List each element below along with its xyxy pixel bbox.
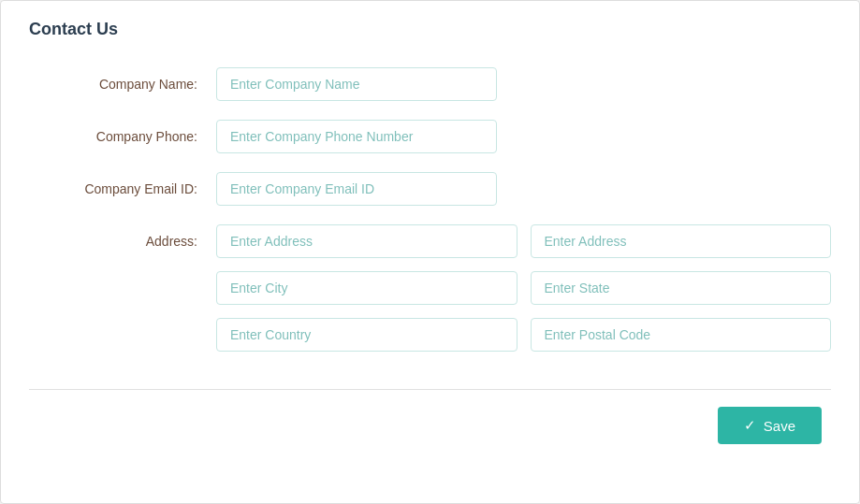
footer-row: ✓ Save bbox=[29, 390, 831, 444]
address-grid bbox=[216, 224, 831, 352]
form-section: Company Name: Company Phone: Company Ema… bbox=[29, 67, 831, 390]
company-name-input[interactable] bbox=[216, 67, 497, 101]
company-phone-label: Company Phone: bbox=[29, 120, 216, 144]
company-email-row: Company Email ID: bbox=[29, 172, 831, 206]
company-name-input-wrapper bbox=[216, 67, 497, 101]
company-phone-input[interactable] bbox=[216, 120, 497, 153]
check-icon: ✓ bbox=[744, 417, 756, 434]
company-email-label: Company Email ID: bbox=[29, 172, 216, 196]
company-name-row: Company Name: bbox=[29, 67, 831, 101]
company-phone-input-wrapper bbox=[216, 120, 497, 153]
address-row: Address: bbox=[29, 224, 831, 352]
address2-input[interactable] bbox=[531, 224, 832, 258]
address1-input[interactable] bbox=[216, 224, 517, 258]
state-input[interactable] bbox=[531, 271, 832, 305]
page-title: Contact Us bbox=[29, 20, 831, 39]
company-email-input-wrapper bbox=[216, 172, 497, 206]
address-inputs-wrapper bbox=[216, 224, 831, 352]
save-button-label: Save bbox=[764, 418, 795, 434]
contact-us-form: Contact Us Company Name: Company Phone: … bbox=[0, 0, 860, 504]
company-phone-row: Company Phone: bbox=[29, 120, 831, 153]
company-name-label: Company Name: bbox=[29, 67, 216, 92]
save-button[interactable]: ✓ Save bbox=[718, 407, 822, 444]
country-input[interactable] bbox=[216, 318, 517, 352]
postal-code-input[interactable] bbox=[531, 318, 832, 352]
address-label: Address: bbox=[29, 224, 216, 249]
company-email-input[interactable] bbox=[216, 172, 497, 206]
city-input[interactable] bbox=[216, 271, 517, 305]
